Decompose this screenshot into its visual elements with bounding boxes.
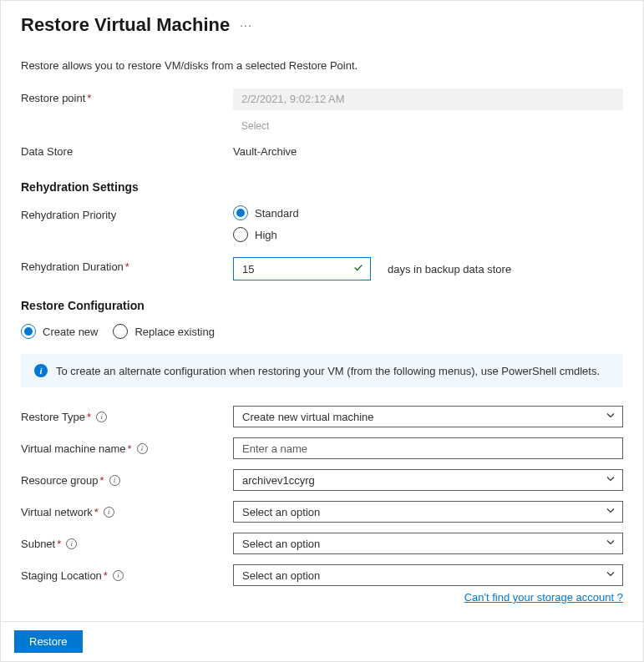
subnet-label: Subnet [21,538,55,550]
chevron-down-icon [606,411,616,423]
rehydration-section-title: Rehydration Settings [21,180,623,194]
virtual-network-label: Virtual network [21,506,93,518]
help-icon[interactable]: i [113,570,124,581]
radio-priority-high-label: High [255,229,277,241]
subnet-dropdown[interactable]: Select an option [233,533,623,554]
restore-config-section-title: Restore Configuration [21,299,623,312]
rehydration-duration-input[interactable] [233,257,371,280]
restore-button[interactable]: Restore [14,630,83,653]
resource-group-label: Resource group [21,474,99,487]
rehydration-duration-label: Rehydration Duration* [21,257,233,273]
page-description: Restore allows you to restore VM/disks f… [21,59,623,72]
resource-group-dropdown[interactable]: archivev1ccyrg [233,469,623,491]
vm-name-label: Virtual machine name [21,442,126,455]
help-icon[interactable]: i [104,507,114,518]
chevron-down-icon [606,569,616,582]
restore-point-value: 2/2/2021, 9:02:12 AM [233,88,623,110]
rehydration-priority-label: Rehydration Priority [21,205,233,221]
help-icon[interactable]: i [96,412,107,422]
virtual-network-dropdown[interactable]: Select an option [233,501,623,523]
storage-account-link[interactable]: Can't find your storage account ? [464,591,623,604]
radio-replace-existing[interactable]: Replace existing [113,324,214,339]
radio-replace-existing-label: Replace existing [134,326,214,338]
page-title: Restore Virtual Machine [21,14,230,36]
staging-location-label: Staging Location [21,569,102,582]
chevron-down-icon [606,474,616,487]
radio-priority-standard-label: Standard [255,207,299,220]
info-icon: i [34,364,48,377]
help-icon[interactable]: i [137,443,148,454]
radio-create-new[interactable]: Create new [21,324,98,339]
help-icon[interactable]: i [66,538,77,549]
data-store-label: Data Store [21,142,233,158]
restore-type-dropdown[interactable]: Create new virtual machine [233,406,623,427]
restore-point-select-link[interactable]: Select [233,120,623,132]
radio-create-new-label: Create new [43,326,98,338]
chevron-down-icon [606,538,616,550]
data-store-value: Vault-Archive [233,142,297,158]
help-icon[interactable]: i [109,475,120,486]
restore-type-label: Restore Type [21,411,85,423]
staging-location-dropdown[interactable]: Select an option [233,564,623,586]
more-icon[interactable]: ··· [240,18,252,32]
radio-priority-high[interactable]: High [233,227,299,242]
info-banner-text: To create an alternate configuration whe… [56,365,600,377]
vm-name-input[interactable] [233,437,623,459]
restore-point-label: Restore point* [21,88,233,104]
info-banner: i To create an alternate configuration w… [21,354,623,387]
radio-priority-standard[interactable]: Standard [233,205,299,220]
chevron-down-icon [606,506,616,518]
rehydration-duration-suffix: days in backup data store [388,263,511,275]
